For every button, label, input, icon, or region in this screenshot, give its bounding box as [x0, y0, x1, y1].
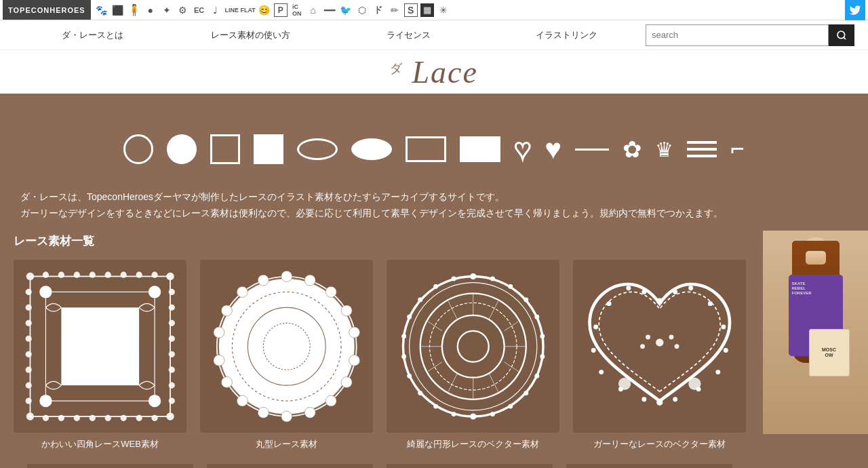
- svg-point-28: [25, 366, 31, 372]
- person-icon[interactable]: 🧍: [127, 3, 141, 17]
- svg-point-43: [149, 395, 161, 407]
- svg-point-74: [534, 314, 539, 319]
- square-filled-shape: [254, 134, 283, 164]
- search-button[interactable]: [829, 24, 854, 46]
- search-input[interactable]: [646, 24, 829, 46]
- lace-image2-4: [566, 464, 732, 468]
- svg-point-55: [304, 407, 315, 418]
- svg-point-57: [258, 407, 269, 418]
- svg-point-25: [25, 319, 31, 326]
- svg-point-19: [120, 414, 126, 421]
- svg-point-118: [724, 348, 728, 353]
- svg-point-59: [221, 376, 232, 387]
- svg-line-100: [488, 373, 498, 392]
- svg-point-15: [58, 414, 64, 421]
- svg-point-4: [43, 271, 49, 277]
- nav-links[interactable]: イラストリンク: [488, 29, 646, 41]
- icon-on-icon[interactable]: iCON: [290, 3, 304, 17]
- svg-point-116: [721, 324, 726, 329]
- svg-point-16: [73, 414, 79, 421]
- paw-icon[interactable]: 🐾: [95, 3, 108, 17]
- svg-point-72: [508, 284, 513, 289]
- svg-point-9: [120, 271, 126, 277]
- description-line1: ダ・レースは、TopeconHeroesダーヤマが制作したレースのイラスト素材を…: [20, 191, 848, 203]
- oval-filled-shape: [351, 138, 392, 160]
- svg-line-1: [844, 37, 846, 39]
- svg-point-45: [216, 276, 357, 416]
- svg-point-71: [490, 276, 495, 281]
- ec-icon[interactable]: EC: [193, 3, 206, 17]
- lace-item-ornate[interactable]: 綺麗な円形レースのベクター素材: [387, 260, 559, 450]
- lace-item-heart[interactable]: ガーリーなレースのベクター素材: [573, 260, 746, 450]
- hex-icon[interactable]: ⬡: [355, 3, 369, 17]
- nav-about[interactable]: ダ・レースとは: [14, 29, 172, 41]
- svg-point-79: [508, 404, 513, 408]
- svg-point-32: [168, 305, 174, 311]
- lace-image2-3: [387, 464, 553, 468]
- flat-icon[interactable]: FLAT: [241, 3, 255, 17]
- brand-logo[interactable]: TOPECONHEROES: [3, 0, 91, 20]
- bird-icon[interactable]: 🐦: [339, 3, 353, 17]
- svg-point-60: [214, 355, 224, 366]
- copy-icon[interactable]: ⬛: [111, 3, 125, 17]
- asterisk-icon[interactable]: ✳: [437, 3, 450, 17]
- svg-point-129: [640, 344, 645, 349]
- grid-icon[interactable]: ▦: [420, 3, 434, 17]
- pen-icon[interactable]: ✏: [388, 3, 401, 17]
- lace-image-heart: [573, 260, 746, 433]
- svg-point-47: [281, 271, 292, 281]
- house-icon[interactable]: ⌂: [307, 3, 320, 17]
- svg-point-124: [673, 397, 677, 402]
- svg-point-35: [168, 351, 174, 357]
- gear-icon[interactable]: ⚙: [176, 3, 190, 17]
- site-logo: ダ Lace: [390, 58, 478, 89]
- svg-point-81: [470, 413, 476, 419]
- svg-point-123: [642, 397, 646, 402]
- svg-point-61: [214, 327, 224, 338]
- svg-point-77: [534, 374, 539, 378]
- rect-filled-shape: [460, 136, 500, 162]
- lace-item2-1[interactable]: [27, 464, 193, 468]
- svg-point-127: [646, 334, 650, 339]
- circle-icon[interactable]: ●: [144, 3, 157, 17]
- svg-point-56: [281, 411, 292, 422]
- svg-point-52: [349, 355, 359, 366]
- svg-point-50: [341, 305, 352, 316]
- logo-area: ダ Lace: [0, 50, 868, 94]
- star-icon[interactable]: ✦: [160, 3, 174, 17]
- twitter-button[interactable]: [845, 0, 865, 20]
- svg-point-6: [73, 271, 79, 277]
- s-icon[interactable]: S: [404, 3, 418, 17]
- svg-point-120: [715, 370, 720, 374]
- svg-point-125: [656, 399, 663, 406]
- dash-icon[interactable]: ━━: [323, 3, 336, 17]
- svg-point-130: [674, 344, 679, 349]
- svg-point-107: [458, 331, 489, 362]
- svg-point-33: [168, 319, 174, 326]
- parking-icon[interactable]: P: [274, 3, 288, 17]
- music-icon[interactable]: ♩: [209, 3, 222, 17]
- svg-point-26: [25, 335, 31, 341]
- lace-item2-4[interactable]: [566, 464, 732, 468]
- svg-point-34: [168, 335, 174, 341]
- three-lines-shape: [687, 141, 717, 157]
- lace-item2-2[interactable]: [207, 464, 373, 468]
- crown-shape: ♛: [655, 138, 673, 161]
- svg-point-53: [341, 376, 352, 387]
- nav-howto[interactable]: レース素材の使い方: [172, 29, 330, 41]
- nav-license[interactable]: ライセンス: [330, 29, 488, 41]
- lace-item-circle[interactable]: 丸型レース素材: [200, 260, 373, 450]
- svg-point-23: [25, 289, 31, 295]
- lace-caption-heart: ガーリーなレースのベクター素材: [593, 438, 726, 450]
- line-icon[interactable]: LINE: [225, 3, 239, 17]
- lace-item2-3[interactable]: [387, 464, 553, 468]
- smile-icon[interactable]: 😊: [258, 3, 271, 17]
- svg-point-78: [524, 391, 528, 395]
- lace-item-square[interactable]: かわいい四角レースWEB素材: [14, 260, 186, 450]
- svg-point-58: [237, 395, 248, 406]
- do-icon[interactable]: ド: [372, 3, 385, 17]
- svg-point-11: [151, 271, 157, 277]
- svg-line-96: [488, 301, 498, 320]
- search-area: [646, 24, 854, 46]
- svg-line-103: [428, 362, 442, 371]
